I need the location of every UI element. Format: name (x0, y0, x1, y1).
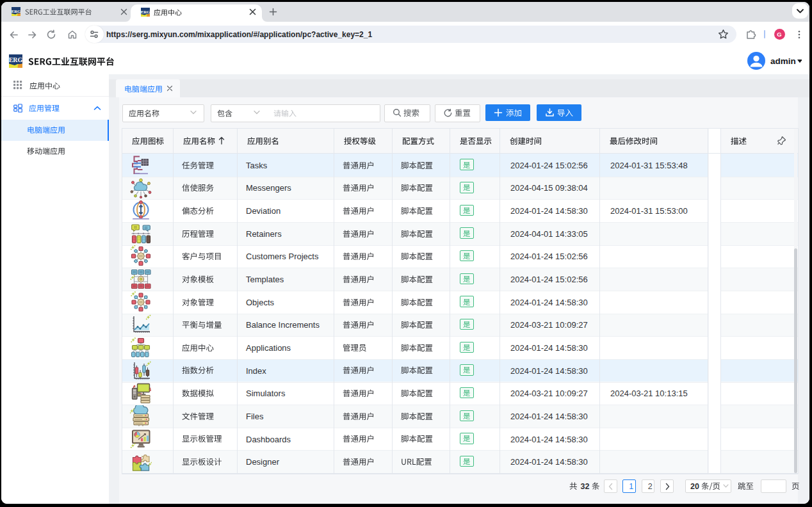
svg-text:ERG: ERG (12, 8, 20, 13)
svg-text:ERG: ERG (9, 56, 22, 63)
svg-text:ERG: ERG (141, 9, 150, 13)
